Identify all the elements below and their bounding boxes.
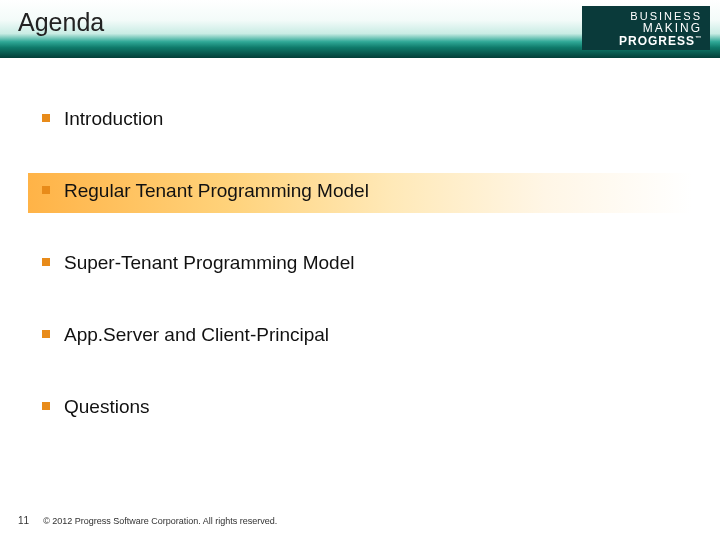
bullet-icon	[42, 114, 50, 122]
agenda-item-label: Super-Tenant Programming Model	[64, 252, 354, 273]
logo-line-3: PROGRESS™	[590, 35, 702, 48]
bullet-icon	[42, 258, 50, 266]
agenda-item-introduction: Introduction	[40, 96, 680, 142]
agenda-item-label: Introduction	[64, 108, 163, 129]
slide-title: Agenda	[18, 8, 104, 37]
agenda-item-regular-tenant: Regular Tenant Programming Model	[40, 168, 680, 214]
agenda-item-appserver: App.Server and Client-Principal	[40, 312, 680, 358]
page-number: 11	[18, 515, 29, 526]
bullet-icon	[42, 402, 50, 410]
agenda-item-super-tenant: Super-Tenant Programming Model	[40, 240, 680, 286]
agenda-list: Introduction Regular Tenant Programming …	[40, 96, 680, 456]
slide-footer: 11 © 2012 Progress Software Corporation.…	[18, 515, 277, 526]
brand-logo: BUSINESS MAKING PROGRESS™	[582, 6, 710, 50]
agenda-item-label: App.Server and Client-Principal	[64, 324, 329, 345]
agenda-item-questions: Questions	[40, 384, 680, 430]
bullet-icon	[42, 330, 50, 338]
copyright-text: © 2012 Progress Software Corporation. Al…	[43, 516, 277, 526]
agenda-item-label: Regular Tenant Programming Model	[64, 180, 369, 201]
bullet-icon	[42, 186, 50, 194]
agenda-item-label: Questions	[64, 396, 150, 417]
